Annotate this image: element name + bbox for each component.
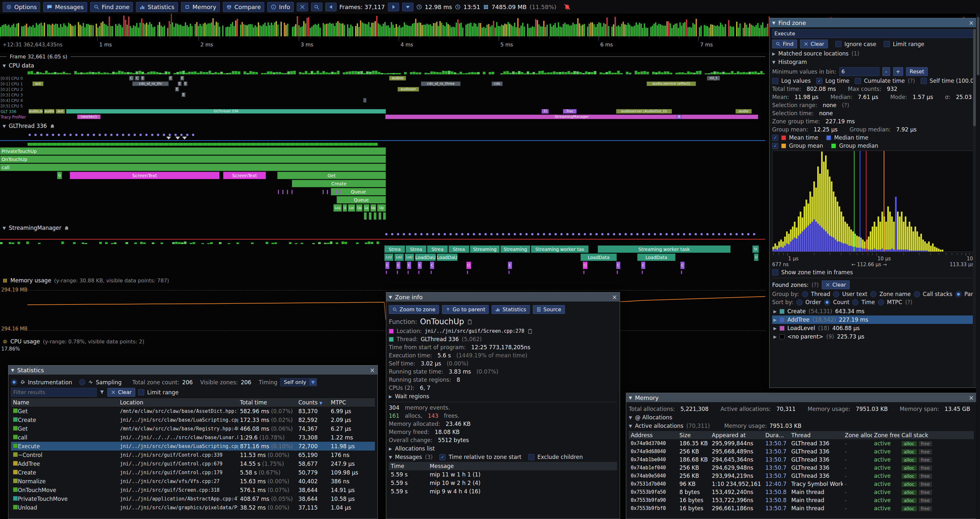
find-zone-input[interactable] [772,29,972,38]
goto-frame-button[interactable] [311,3,322,11]
message-dot[interactable] [695,233,697,235]
collapse-icon[interactable]: ▼ [3,124,6,129]
memory-plot-header[interactable]: Memory usage (y-range: 30.88 KB, visible… [3,277,169,284]
timeline-zone[interactable]: C [508,262,512,269]
message-dot[interactable] [572,233,574,235]
timeline-zone[interactable]: ScreenText [223,172,266,179]
message-dot[interactable] [414,233,417,235]
timeline-zone[interactable]: C [641,262,645,269]
message-dot[interactable] [93,134,95,136]
timeline-zone[interactable]: Strea [406,245,426,253]
bin-increase-button[interactable]: + [893,67,903,76]
message-dot[interactable] [520,233,522,235]
found-zone-group[interactable]: ▶LoadLevel(18)406.88 µs [772,324,974,332]
cpu-zone[interactable]: E [169,76,172,80]
message-dot[interactable] [712,233,714,235]
timeline-zone[interactable]: C [616,262,620,269]
next-frame-button[interactable] [388,3,399,11]
cpu-zone[interactable]: audio.se [29,109,43,113]
cpu-zone[interactable]: E [181,93,186,97]
cpu-zone[interactable]: (worker/) [77,115,100,119]
collapse-icon[interactable]: ▼ [772,21,775,25]
statistics-table-header[interactable]: Name Location Total time Counts ▼ MTPC [11,398,375,407]
allocation-row[interactable]: 0x7553b9fa9016 bytes153,722,396ns13:50.8… [629,496,974,504]
close-icon[interactable]: × [969,20,974,26]
find-zone-button[interactable]: Find zone [90,2,133,12]
ghost-zones-icon[interactable] [50,124,55,129]
message-dot[interactable] [741,233,744,235]
allocation-row[interactable]: 0x74a9d37040186.35 KB295,999,844ns13:50.… [629,439,974,447]
message-dot[interactable] [87,134,89,136]
message-dot[interactable] [689,233,691,235]
statistics-row[interactable]: Executejni/../jni/src/claw/base/LuaScrip… [11,442,375,450]
cpu-zone[interactable]: cds_ol_rx_threa [421,81,460,86]
funnel-icon[interactable] [100,390,104,395]
close-icon[interactable]: × [370,367,375,373]
timeline-zone[interactable] [374,212,377,220]
cpu-usage-header[interactable]: CPU usage (y-range: 0.78%, visible data … [3,338,144,345]
options-button[interactable]: Options [3,2,40,12]
mean-time-checkbox[interactable] [772,135,778,141]
found-zone-group[interactable]: ▶<no parent>(9)225.73 µs [772,332,974,341]
sort-by-radio-time[interactable] [852,299,858,305]
clear-button[interactable]: Clear [800,40,828,48]
collapse-icon[interactable]: ▼ [3,63,6,68]
instrumentation-radio[interactable] [11,379,17,385]
message-dot[interactable] [175,134,177,136]
message-dot[interactable] [40,134,43,136]
message-marker[interactable] [335,190,336,194]
cpu-zone[interactable]: A [676,115,682,119]
zoom-to-zone-button[interactable]: Zoom to zone [389,305,439,314]
message-dot[interactable] [391,233,393,235]
show-zone-time-checkbox[interactable] [772,269,778,276]
timeline-zone[interactable]: Ci [583,262,588,269]
timeline-zone[interactable]: C [430,262,434,269]
allocation-row[interactable]: 0x74ab1be040186.68 KB294,645,364ns13:50.… [629,455,974,463]
go-to-parent-button[interactable]: Go to parent [442,305,489,314]
statistics-titlebar[interactable]: ▼ Statistics × [8,366,377,375]
statistics-row[interactable]: Createjni/../jni/src/guif/Control.cpp:17… [11,468,375,477]
frame-dropdown-button[interactable] [402,3,414,11]
message-dot[interactable] [192,134,194,136]
collapsed-zone-marker[interactable] [175,137,180,140]
message-dot[interactable] [525,233,528,235]
message-dot[interactable] [718,233,720,235]
message-dot[interactable] [502,233,504,235]
statistics-row[interactable]: OnTouchMovejni/../jni/src/guif/Screen.cp… [11,485,375,494]
message-marker[interactable] [407,271,409,274]
timeline-zone[interactable]: Queue [331,188,386,195]
message-marker[interactable] [291,190,293,194]
cpu-data-header[interactable]: ▼ CPU data [3,62,34,69]
message-dot[interactable] [747,233,749,235]
timeline-zone[interactable]: Streaming worker tas [531,245,589,253]
message-dot[interactable] [543,233,545,235]
group-by-radio-thread[interactable] [802,291,808,297]
message-row[interactable]: 5.59 smip 10 w 2 h 2 (4) [389,479,617,487]
message-dot[interactable] [706,233,709,235]
timeline-zone[interactable]: C [418,262,422,269]
message-marker[interactable] [617,271,618,274]
timeline-zone[interactable]: U [754,254,759,261]
cpu-zone[interactable]: GLThread 336 [66,109,386,113]
limit-range-checkbox[interactable] [884,41,890,47]
timeline-zone[interactable]: Create [292,180,386,187]
found-zone-group[interactable]: ▶Create(54,131)643.34 ms [772,307,974,316]
message-marker[interactable] [642,271,643,274]
cpu-zone[interactable]: audioser [398,87,419,91]
self-time-checkbox[interactable] [921,78,927,84]
allocation-row[interactable]: 0x7553b9fa508 bytes153,492,240ns13:50.8M… [629,488,974,496]
message-dot[interactable] [409,233,411,235]
statistics-row[interactable]: calljni/../jni/../../../src/claw/base/Lu… [11,433,375,442]
cpu-zone[interactable]: E [183,81,188,86]
timeline-zone[interactable]: Lo [364,204,369,212]
timeline-zone[interactable]: Up [356,204,363,212]
exclude-children-checkbox[interactable] [528,454,535,460]
group-by-radio-zone-name[interactable] [870,291,877,297]
scrollbar-thumb[interactable] [977,17,979,75]
close-icon[interactable]: × [969,395,974,401]
message-marker[interactable] [509,271,509,274]
message-marker[interactable] [431,271,432,274]
allocations-list-expander[interactable]: ▶Allocations list [389,446,617,452]
cpu-zone[interactable]: cds [492,81,503,86]
message-dot[interactable] [671,233,673,235]
